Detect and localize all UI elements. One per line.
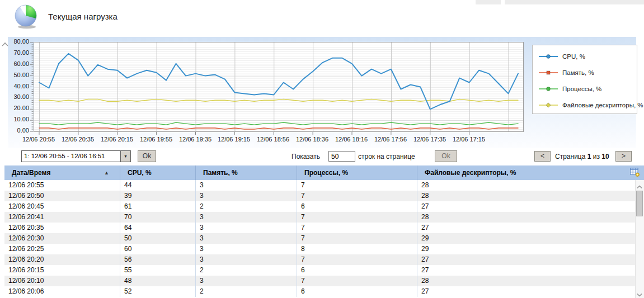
table-cell: 3 xyxy=(195,254,297,265)
table-cell: 12/06 20:55 xyxy=(4,180,120,191)
table-row: 12/06 20:55443728 xyxy=(4,180,635,191)
column-header-label: Файловые дескрипторы, % xyxy=(425,169,516,177)
table-cell: 55 xyxy=(120,265,195,276)
table-cell: 12/06 20:15 xyxy=(4,265,120,276)
table-cell: 28 xyxy=(417,180,635,191)
scrollbar-thumb[interactable] xyxy=(636,191,643,216)
pie-chart-icon xyxy=(13,3,39,29)
date-range-value: 1: 12/06 20:55 - 12/06 16:51 xyxy=(24,153,105,159)
table-cell: 6 xyxy=(297,265,417,276)
rows-ok-button[interactable]: Ok xyxy=(435,150,457,162)
show-label: Показать xyxy=(292,153,320,160)
next-page-button[interactable]: > xyxy=(615,151,632,162)
table-cell: 3 xyxy=(195,244,297,254)
table-row: 12/06 20:30503729 xyxy=(4,233,635,244)
table-cell: 28 xyxy=(417,212,635,223)
table-cell: 70 xyxy=(120,212,195,223)
y-axis-label: 50.00 xyxy=(3,72,29,78)
table-cell: 7 xyxy=(297,212,417,223)
grid-settings-icon[interactable] xyxy=(630,168,640,179)
x-axis-ticks xyxy=(34,132,524,136)
sort-asc-icon[interactable]: ▲ xyxy=(104,165,109,180)
legend-label: Процессы, % xyxy=(562,86,601,92)
legend-item: Память, % xyxy=(533,64,637,81)
table-cell: 7 xyxy=(297,191,417,201)
page-word: Страница xyxy=(555,153,585,160)
table-cell: 3 xyxy=(195,223,297,233)
y-axis-ticks xyxy=(30,42,34,132)
scroll-down-icon[interactable] xyxy=(635,289,644,297)
table-row: 12/06 20:06522627 xyxy=(4,286,635,297)
series-line-Память, % xyxy=(39,128,518,129)
y-axis-label: 80.00 xyxy=(3,38,29,45)
table-cell: 56 xyxy=(120,254,195,265)
table-header: Дата/Время▲CPU, %Память, %Процессы, %Фай… xyxy=(4,165,644,180)
table-cell: 6 xyxy=(297,201,417,212)
y-axis-label: 70.00 xyxy=(3,49,29,56)
y-axis-label: 60.00 xyxy=(3,60,29,67)
column-header-1[interactable]: Дата/Время▲ xyxy=(4,165,120,180)
table-row: 12/06 20:35643727 xyxy=(4,223,635,233)
load-chart-plot xyxy=(34,42,524,132)
table-cell: 6 xyxy=(297,286,417,297)
rows-suffix-label: строк на странице xyxy=(358,153,415,160)
legend-marker-icon xyxy=(539,70,558,75)
table-cell: 64 xyxy=(120,223,195,233)
table-cell: 12/06 20:35 xyxy=(4,223,120,233)
column-header-2[interactable]: CPU, % xyxy=(120,165,195,180)
load-chart-series xyxy=(34,42,523,131)
table-row: 12/06 20:15552627 xyxy=(4,265,635,276)
table-cell: 12/06 20:45 xyxy=(4,201,120,212)
current-page: 1 xyxy=(587,153,591,160)
column-header-label: Память, % xyxy=(203,169,238,177)
scroll-up-icon[interactable] xyxy=(635,181,644,189)
table-cell: 44 xyxy=(120,180,195,191)
prev-page-button[interactable]: < xyxy=(534,151,551,162)
column-header-label: Дата/Время xyxy=(12,169,51,177)
table-cell: 2 xyxy=(195,201,297,212)
y-axis-label: 20.00 xyxy=(3,105,29,111)
legend-marker-icon xyxy=(539,86,558,92)
table-cell: 27 xyxy=(417,286,635,297)
legend-marker-icon xyxy=(539,102,558,108)
x-axis-label: 12/06 17:15 xyxy=(444,136,494,143)
table-cell: 39 xyxy=(120,191,195,201)
table-row: 12/06 20:25603829 xyxy=(4,244,635,254)
table-cell: 8 xyxy=(297,244,417,254)
table-cell: 7 xyxy=(297,233,417,244)
rows-per-page-input[interactable] xyxy=(328,151,355,162)
table-cell: 27 xyxy=(417,201,635,212)
table-cell: 3 xyxy=(195,191,297,201)
y-axis-label: 0.00 xyxy=(3,127,29,134)
table-row: 12/06 20:50393728 xyxy=(4,191,635,201)
range-ok-button[interactable]: Ok xyxy=(138,150,156,162)
y-axis-label: 30.00 xyxy=(3,93,29,100)
table-body: 12/06 20:5544372812/06 20:5039372812/06 … xyxy=(4,180,635,297)
table-cell: 12/06 20:41 xyxy=(4,212,120,223)
table-row: 12/06 20:20563727 xyxy=(4,254,635,265)
table-cell: 7 xyxy=(297,276,417,286)
column-header-3[interactable]: Память, % xyxy=(195,165,297,180)
table-cell: 2 xyxy=(195,286,297,297)
page-title: Текущая нагрузка xyxy=(48,12,117,21)
column-header-4[interactable]: Процессы, % xyxy=(297,165,417,180)
table-cell: 7 xyxy=(297,223,417,233)
total-pages: 10 xyxy=(601,153,609,160)
dropdown-arrow-icon[interactable]: ▼ xyxy=(120,151,130,162)
table-cell: 3 xyxy=(195,276,297,286)
table-row: 12/06 20:45612627 xyxy=(4,201,635,212)
date-range-select[interactable]: 1: 12/06 20:55 - 12/06 16:51 ▼ xyxy=(21,150,131,162)
table-cell: 7 xyxy=(297,180,417,191)
table-cell: 3 xyxy=(195,180,297,191)
table-cell: 27 xyxy=(417,223,635,233)
legend-item: CPU, % xyxy=(533,48,637,64)
column-header-5[interactable]: Файловые дескрипторы, % xyxy=(417,165,644,180)
column-header-label: Процессы, % xyxy=(304,169,348,177)
legend-item: Процессы, % xyxy=(533,81,637,97)
table-cell: 3 xyxy=(195,233,297,244)
table-cell: 12/06 20:25 xyxy=(4,244,120,254)
table-cell: 48 xyxy=(120,276,195,286)
of-word: из xyxy=(593,153,600,160)
y-axis-label: 40.00 xyxy=(3,83,29,89)
table-cell: 12/06 20:30 xyxy=(4,233,120,244)
